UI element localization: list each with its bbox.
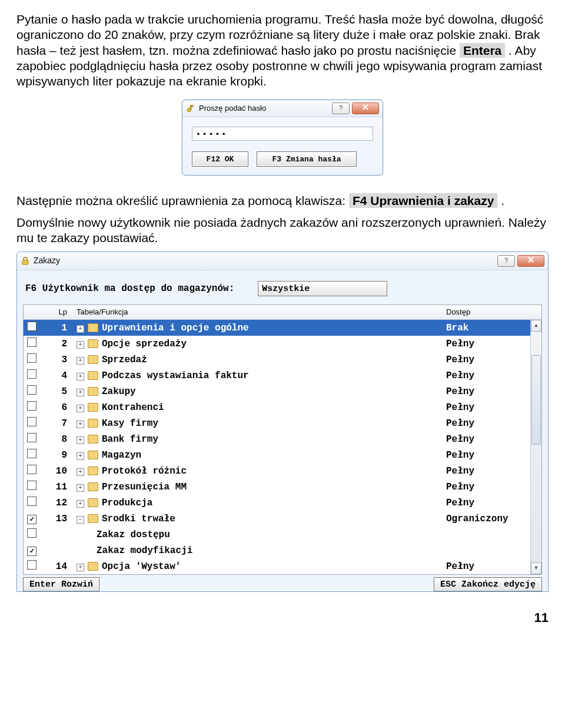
table-row[interactable]: 9+MagazynPełny <box>24 447 541 463</box>
table-row[interactable]: Zakaz dostępu <box>24 527 541 542</box>
para2-text-b: . <box>501 194 504 207</box>
table-row[interactable]: 11+Przesunięcia MMPełny <box>24 479 541 495</box>
scroll-down-button[interactable]: ▼ <box>531 562 541 574</box>
zakazy-grid-header: Lp Tabela/Funkcja Dostęp <box>24 305 541 320</box>
password-dialog-titlebar: Proszę podać hasło ? <box>182 100 383 117</box>
row-checkbox[interactable] <box>27 449 36 458</box>
scroll-up-button[interactable]: ▲ <box>531 320 541 332</box>
row-access: Pełny <box>446 481 529 493</box>
row-label-cell: +Zakupy <box>73 386 446 398</box>
help-button[interactable]: ? <box>332 102 350 114</box>
row-lp: 8 <box>40 434 73 445</box>
row-label-cell: Zakaz modyfikacji <box>73 545 446 557</box>
password-dialog-title: Proszę podać hasło <box>199 104 330 113</box>
row-label-cell: +Uprawnienia i opcje ogólne <box>73 322 446 334</box>
folder-icon <box>88 403 98 412</box>
table-row[interactable]: 4+Podczas wystawiania fakturPełny <box>24 368 541 383</box>
tree-expander[interactable]: + <box>77 484 84 492</box>
table-row[interactable]: 14+Opcja 'Wystaw'Pełny <box>24 558 541 574</box>
row-lp: 1 <box>40 322 73 334</box>
row-checkbox[interactable] <box>27 353 36 363</box>
table-row[interactable]: 6+KontrahenciPełny <box>24 399 541 415</box>
row-lp: 14 <box>40 561 73 573</box>
row-label: Zakaz dostępu <box>97 530 170 540</box>
tree-expander[interactable]: + <box>77 564 84 571</box>
zakazy-toolbar: F6 Użytkownik ma dostęp do magazynów: <box>17 270 548 305</box>
close-button[interactable] <box>352 102 379 114</box>
row-lp: 12 <box>40 497 73 509</box>
table-row[interactable]: 8+Bank firmyPełny <box>24 431 541 447</box>
folder-icon <box>88 482 98 491</box>
tree-expander[interactable]: + <box>77 325 84 333</box>
row-checkbox[interactable] <box>27 465 36 474</box>
row-label: Produkcja <box>102 498 152 508</box>
zakazy-title: Zakazy <box>34 256 495 266</box>
table-row[interactable]: 10+Protokół różnicPełny <box>24 463 541 479</box>
table-row[interactable]: 12+ProdukcjaPełny <box>24 495 541 511</box>
row-lp: 13 <box>40 513 73 525</box>
row-checkbox[interactable] <box>27 401 36 411</box>
row-checkbox[interactable] <box>27 369 36 379</box>
row-label: Kontrahenci <box>102 402 164 413</box>
table-row[interactable]: 1+Uprawnienia i opcje ogólneBrak <box>24 320 541 336</box>
table-row[interactable]: 2+Opcje sprzedażyPełny <box>24 336 541 352</box>
row-checkbox[interactable] <box>27 417 36 426</box>
tree-expander[interactable]: − <box>77 516 84 524</box>
tree-expander[interactable]: + <box>77 357 84 365</box>
row-label-cell: +Opcja 'Wystaw' <box>73 561 446 573</box>
row-access: Pełny <box>446 402 529 413</box>
row-label-cell: +Bank firmy <box>73 434 446 445</box>
row-checkbox[interactable]: ✓ <box>27 547 36 556</box>
tree-expander[interactable]: + <box>77 500 84 508</box>
tree-expander[interactable]: + <box>77 452 84 460</box>
row-checkbox[interactable] <box>27 322 36 331</box>
table-row[interactable]: ✓Zakaz modyfikacji <box>24 542 541 558</box>
folder-icon <box>88 562 98 571</box>
col-tf-header: Tabela/Funkcja <box>73 307 446 317</box>
tree-expander[interactable]: + <box>77 468 84 476</box>
f3-change-password-button[interactable]: F3 Zmiana hasła <box>257 151 357 167</box>
tree-expander[interactable]: + <box>77 436 84 444</box>
row-checkbox[interactable] <box>27 528 36 538</box>
f12-ok-button[interactable]: F12 OK <box>192 151 248 167</box>
table-row[interactable]: 3+SprzedażPełny <box>24 352 541 368</box>
zakazy-help-button[interactable]: ? <box>497 255 515 267</box>
row-checkbox[interactable]: ✓ <box>27 515 36 524</box>
magazyn-dropdown[interactable] <box>258 281 387 296</box>
key-icon <box>186 104 195 113</box>
row-checkbox[interactable] <box>27 433 36 442</box>
row-checkbox[interactable] <box>27 337 36 347</box>
row-label: Podczas wystawiania faktur <box>102 370 249 381</box>
row-checkbox[interactable] <box>27 560 36 570</box>
tree-expander[interactable]: + <box>77 389 84 396</box>
paragraph-3: Domyślnie nowy użytkownik nie posiada ża… <box>16 215 549 246</box>
col-ds-header: Dostęp <box>446 307 529 317</box>
row-label: Magazyn <box>102 450 141 461</box>
row-checkbox[interactable] <box>27 481 36 490</box>
row-label-cell: +Kontrahenci <box>73 402 446 413</box>
enter-expand-button[interactable]: Enter Rozwiń <box>23 577 99 591</box>
scrollbar[interactable]: ▲ ▼ <box>530 320 541 574</box>
row-label-cell: Zakaz dostępu <box>73 529 446 541</box>
tree-expander[interactable]: + <box>77 405 84 412</box>
table-row[interactable]: ✓13−Srodki trwałeOgraniczony <box>24 511 541 527</box>
row-label: Zakupy <box>102 386 136 397</box>
tree-expander[interactable]: + <box>77 421 84 428</box>
row-label-cell: +Sprzedaż <box>73 354 446 366</box>
row-lp: 10 <box>40 465 73 477</box>
scroll-thumb[interactable] <box>531 355 541 445</box>
row-access: Pełny <box>446 370 529 382</box>
table-row[interactable]: 7+Kasy firmyPełny <box>24 415 541 431</box>
row-label: Kasy firmy <box>102 418 158 429</box>
table-row[interactable]: 5+ZakupyPełny <box>24 383 541 399</box>
row-checkbox[interactable] <box>27 497 36 506</box>
row-lp: 5 <box>40 386 73 398</box>
zakazy-close-button[interactable] <box>517 255 544 267</box>
row-access: Pełny <box>446 449 529 461</box>
row-label-cell: −Srodki trwałe <box>73 513 446 525</box>
tree-expander[interactable]: + <box>77 341 84 349</box>
tree-expander[interactable]: + <box>77 373 84 380</box>
password-input[interactable] <box>192 127 373 141</box>
row-checkbox[interactable] <box>27 385 36 395</box>
esc-end-edit-button[interactable]: ESC Zakończ edycję <box>434 577 542 591</box>
